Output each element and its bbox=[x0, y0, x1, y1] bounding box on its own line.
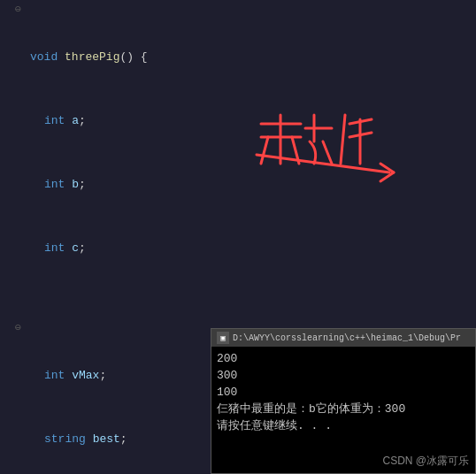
code-line: int a; bbox=[30, 113, 472, 129]
keyword: int bbox=[44, 241, 65, 255]
code-text: () { bbox=[119, 50, 147, 65]
terminal-line-1: 200 bbox=[217, 350, 470, 367]
terminal-window: ▣ D:\AWYY\corsslearning\c++\heimac_1\Deb… bbox=[211, 328, 476, 474]
keyword: int bbox=[44, 369, 65, 382]
code-line: int c; bbox=[30, 241, 472, 256]
keyword: string bbox=[44, 432, 86, 446]
terminal-content: 200 300 100 仨猪中最重的是：b它的体重为：300 请按任意键继续. … bbox=[211, 347, 475, 438]
watermark: CSDN @冰露可乐 bbox=[382, 454, 469, 469]
editor-area: ⊖ ⊖ bbox=[0, 0, 476, 474]
var: a bbox=[72, 114, 79, 127]
terminal-icon: ▣ bbox=[217, 332, 229, 344]
line-numbers: ⊖ ⊖ bbox=[0, 0, 27, 474]
terminal-line-2: 300 bbox=[217, 367, 470, 384]
keyword: int bbox=[44, 178, 65, 191]
code-line: int b; bbox=[30, 177, 472, 193]
keyword: int bbox=[44, 114, 65, 127]
var: b bbox=[72, 178, 79, 191]
terminal-line-3: 100 bbox=[217, 384, 470, 401]
code-line bbox=[30, 304, 472, 320]
var: vMax bbox=[72, 369, 99, 382]
keyword: void bbox=[30, 50, 58, 65]
function-name: threePig bbox=[65, 50, 119, 65]
terminal-line-4: 仨猪中最重的是：b它的体重为：300 bbox=[217, 401, 470, 417]
code-line: void threePig() { bbox=[30, 50, 472, 65]
terminal-titlebar: ▣ D:\AWYY\corsslearning\c++\heimac_1\Deb… bbox=[211, 329, 475, 347]
terminal-title: D:\AWYY\corsslearning\c++\heimac_1\Debug… bbox=[233, 333, 461, 343]
terminal-line-5: 请按任意键继续. . . bbox=[217, 417, 470, 434]
var: c bbox=[72, 241, 79, 255]
var: best bbox=[93, 432, 120, 446]
